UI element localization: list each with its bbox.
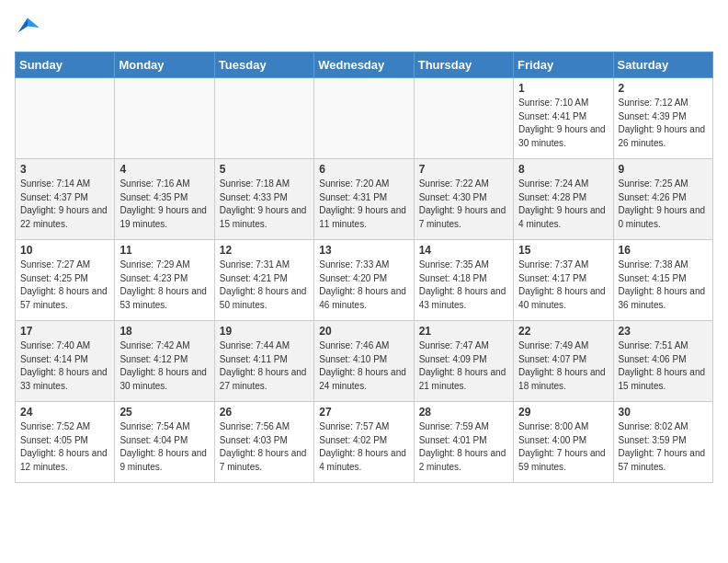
calendar-cell: 25Sunrise: 7:54 AM Sunset: 4:04 PM Dayli… [115, 402, 214, 483]
day-number: 23 [619, 325, 708, 338]
calendar-cell [115, 78, 214, 159]
day-number: 12 [220, 244, 309, 257]
logo [15, 15, 44, 40]
calendar-cell: 28Sunrise: 7:59 AM Sunset: 4:01 PM Dayli… [414, 402, 513, 483]
header [15, 15, 713, 40]
calendar-cell: 14Sunrise: 7:35 AM Sunset: 4:18 PM Dayli… [414, 240, 513, 321]
week-row-4: 24Sunrise: 7:52 AM Sunset: 4:05 PM Dayli… [16, 402, 713, 483]
day-number: 27 [319, 406, 408, 419]
calendar-cell: 10Sunrise: 7:27 AM Sunset: 4:25 PM Dayli… [16, 240, 115, 321]
day-info: Sunrise: 7:57 AM Sunset: 4:02 PM Dayligh… [319, 420, 408, 474]
day-number: 9 [619, 163, 708, 176]
day-info: Sunrise: 7:49 AM Sunset: 4:07 PM Dayligh… [518, 339, 608, 393]
calendar-cell: 20Sunrise: 7:46 AM Sunset: 4:10 PM Dayli… [314, 321, 414, 402]
day-number: 4 [119, 163, 209, 176]
weekday-header-sunday: Sunday [16, 52, 115, 78]
svg-marker-0 [28, 18, 40, 29]
weekday-header-saturday: Saturday [613, 52, 712, 78]
header-row: SundayMondayTuesdayWednesdayThursdayFrid… [16, 52, 713, 78]
calendar-cell: 27Sunrise: 7:57 AM Sunset: 4:02 PM Dayli… [314, 402, 414, 483]
calendar-cell: 9Sunrise: 7:25 AM Sunset: 4:26 PM Daylig… [613, 159, 712, 240]
day-number: 7 [419, 163, 508, 176]
weekday-header-friday: Friday [514, 52, 613, 78]
calendar-cell: 7Sunrise: 7:22 AM Sunset: 4:30 PM Daylig… [414, 159, 513, 240]
day-number: 30 [619, 406, 708, 419]
calendar-cell: 22Sunrise: 7:49 AM Sunset: 4:07 PM Dayli… [514, 321, 613, 402]
day-number: 1 [518, 82, 608, 95]
calendar-cell: 3Sunrise: 7:14 AM Sunset: 4:37 PM Daylig… [16, 159, 115, 240]
calendar-cell: 30Sunrise: 8:02 AM Sunset: 3:59 PM Dayli… [613, 402, 712, 483]
svg-marker-1 [18, 18, 28, 33]
day-info: Sunrise: 7:25 AM Sunset: 4:26 PM Dayligh… [619, 178, 708, 231]
day-info: Sunrise: 7:59 AM Sunset: 4:01 PM Dayligh… [419, 420, 508, 474]
day-number: 19 [220, 325, 309, 338]
day-number: 21 [419, 325, 508, 338]
day-number: 26 [220, 406, 309, 419]
day-info: Sunrise: 7:38 AM Sunset: 4:15 PM Dayligh… [619, 259, 708, 312]
calendar-cell [16, 78, 115, 159]
day-info: Sunrise: 7:56 AM Sunset: 4:03 PM Dayligh… [220, 420, 309, 474]
weekday-header-tuesday: Tuesday [214, 52, 313, 78]
calendar-table: SundayMondayTuesdayWednesdayThursdayFrid… [15, 52, 713, 483]
day-number: 14 [419, 244, 508, 257]
calendar-cell: 19Sunrise: 7:44 AM Sunset: 4:11 PM Dayli… [214, 321, 313, 402]
day-info: Sunrise: 7:29 AM Sunset: 4:23 PM Dayligh… [119, 259, 209, 312]
calendar-cell: 1Sunrise: 7:10 AM Sunset: 4:41 PM Daylig… [514, 78, 613, 159]
day-info: Sunrise: 7:27 AM Sunset: 4:25 PM Dayligh… [20, 259, 109, 312]
day-info: Sunrise: 7:46 AM Sunset: 4:10 PM Dayligh… [319, 339, 408, 393]
weekday-header-wednesday: Wednesday [314, 52, 414, 78]
day-number: 2 [619, 82, 708, 95]
day-info: Sunrise: 7:22 AM Sunset: 4:30 PM Dayligh… [419, 178, 508, 231]
calendar-cell: 8Sunrise: 7:24 AM Sunset: 4:28 PM Daylig… [514, 159, 613, 240]
day-number: 16 [619, 244, 708, 257]
day-info: Sunrise: 7:35 AM Sunset: 4:18 PM Dayligh… [419, 259, 508, 312]
weekday-header-thursday: Thursday [414, 52, 513, 78]
day-info: Sunrise: 7:20 AM Sunset: 4:31 PM Dayligh… [319, 178, 408, 231]
calendar-cell: 29Sunrise: 8:00 AM Sunset: 4:00 PM Dayli… [514, 402, 613, 483]
day-info: Sunrise: 7:14 AM Sunset: 4:37 PM Dayligh… [20, 178, 109, 231]
calendar-cell: 12Sunrise: 7:31 AM Sunset: 4:21 PM Dayli… [214, 240, 313, 321]
calendar-cell: 23Sunrise: 7:51 AM Sunset: 4:06 PM Dayli… [613, 321, 712, 402]
day-info: Sunrise: 7:54 AM Sunset: 4:04 PM Dayligh… [119, 420, 209, 474]
day-info: Sunrise: 7:44 AM Sunset: 4:11 PM Dayligh… [220, 339, 309, 393]
calendar-cell: 17Sunrise: 7:40 AM Sunset: 4:14 PM Dayli… [16, 321, 115, 402]
day-info: Sunrise: 7:37 AM Sunset: 4:17 PM Dayligh… [518, 259, 608, 312]
calendar-cell: 4Sunrise: 7:16 AM Sunset: 4:35 PM Daylig… [115, 159, 214, 240]
week-row-1: 3Sunrise: 7:14 AM Sunset: 4:37 PM Daylig… [16, 159, 713, 240]
calendar-cell [314, 78, 414, 159]
day-info: Sunrise: 7:52 AM Sunset: 4:05 PM Dayligh… [20, 420, 109, 474]
day-info: Sunrise: 7:40 AM Sunset: 4:14 PM Dayligh… [20, 339, 109, 393]
calendar-cell: 5Sunrise: 7:18 AM Sunset: 4:33 PM Daylig… [214, 159, 313, 240]
calendar-cell [214, 78, 313, 159]
day-number: 22 [518, 325, 608, 338]
day-number: 3 [20, 163, 109, 176]
calendar-cell: 15Sunrise: 7:37 AM Sunset: 4:17 PM Dayli… [514, 240, 613, 321]
day-number: 6 [319, 163, 408, 176]
calendar-cell: 26Sunrise: 7:56 AM Sunset: 4:03 PM Dayli… [214, 402, 313, 483]
day-number: 13 [319, 244, 408, 257]
calendar-cell [414, 78, 513, 159]
day-number: 28 [419, 406, 508, 419]
calendar-cell: 21Sunrise: 7:47 AM Sunset: 4:09 PM Dayli… [414, 321, 513, 402]
day-info: Sunrise: 7:33 AM Sunset: 4:20 PM Dayligh… [319, 259, 408, 312]
day-number: 17 [20, 325, 109, 338]
day-info: Sunrise: 7:51 AM Sunset: 4:06 PM Dayligh… [619, 339, 708, 393]
day-info: Sunrise: 7:12 AM Sunset: 4:39 PM Dayligh… [619, 97, 708, 150]
day-number: 29 [518, 406, 608, 419]
day-info: Sunrise: 7:18 AM Sunset: 4:33 PM Dayligh… [220, 178, 309, 231]
day-info: Sunrise: 8:00 AM Sunset: 4:00 PM Dayligh… [518, 420, 608, 474]
day-number: 18 [119, 325, 209, 338]
day-number: 24 [20, 406, 109, 419]
day-number: 15 [518, 244, 608, 257]
day-info: Sunrise: 8:02 AM Sunset: 3:59 PM Dayligh… [619, 420, 708, 474]
calendar-cell: 6Sunrise: 7:20 AM Sunset: 4:31 PM Daylig… [314, 159, 414, 240]
day-info: Sunrise: 7:16 AM Sunset: 4:35 PM Dayligh… [119, 178, 209, 231]
calendar-cell: 2Sunrise: 7:12 AM Sunset: 4:39 PM Daylig… [613, 78, 712, 159]
week-row-3: 17Sunrise: 7:40 AM Sunset: 4:14 PM Dayli… [16, 321, 713, 402]
calendar-cell: 16Sunrise: 7:38 AM Sunset: 4:15 PM Dayli… [613, 240, 712, 321]
day-info: Sunrise: 7:24 AM Sunset: 4:28 PM Dayligh… [518, 178, 608, 231]
day-number: 25 [119, 406, 209, 419]
day-number: 5 [220, 163, 309, 176]
weekday-header-monday: Monday [115, 52, 214, 78]
week-row-0: 1Sunrise: 7:10 AM Sunset: 4:41 PM Daylig… [16, 78, 713, 159]
